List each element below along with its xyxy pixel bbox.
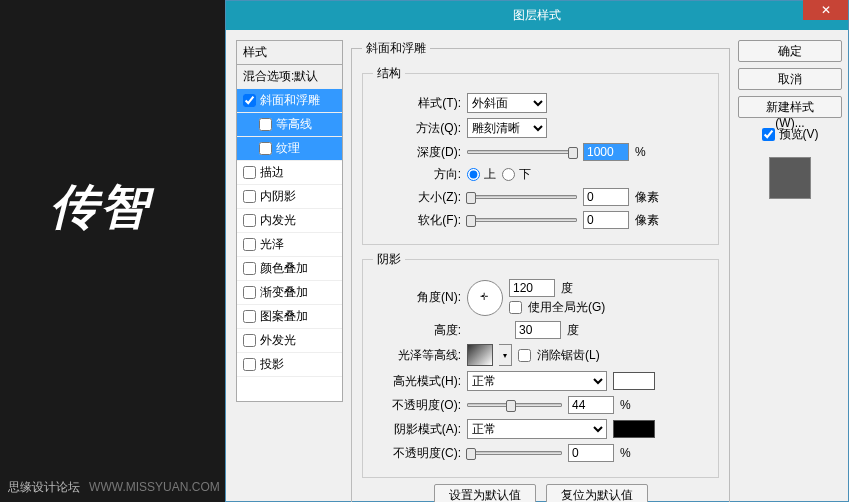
gloss-label: 光泽等高线: bbox=[373, 347, 461, 364]
angle-unit: 度 bbox=[561, 280, 573, 297]
style-label: 斜面和浮雕 bbox=[260, 92, 320, 109]
depth-slider[interactable] bbox=[467, 150, 577, 154]
shadow-opacity-unit: % bbox=[620, 446, 631, 460]
global-light-label: 使用全局光(G) bbox=[528, 299, 605, 316]
style-contour[interactable]: 等高线 bbox=[237, 113, 342, 137]
depth-unit: % bbox=[635, 145, 646, 159]
soften-label: 软化(F): bbox=[373, 212, 461, 229]
style-color-overlay[interactable]: 颜色叠加 bbox=[237, 257, 342, 281]
size-input[interactable] bbox=[583, 188, 629, 206]
global-light-checkbox[interactable] bbox=[509, 301, 522, 314]
gloss-dropdown-icon[interactable]: ▾ bbox=[499, 344, 512, 366]
shading-fieldset: 阴影 角度(N): ✛ 度 使用全局光(G) bbox=[362, 251, 719, 478]
structure-fieldset: 结构 样式(T): 外斜面 方法(Q): 雕刻清晰 深度(D): % bbox=[362, 65, 719, 245]
cancel-button[interactable]: 取消 bbox=[738, 68, 842, 90]
style-label: 颜色叠加 bbox=[260, 260, 308, 277]
checkbox-gradient-overlay[interactable] bbox=[243, 286, 256, 299]
shadow-opacity-input[interactable] bbox=[568, 444, 614, 462]
checkbox-texture[interactable] bbox=[259, 142, 272, 155]
size-slider[interactable] bbox=[467, 195, 577, 199]
style-gradient-overlay[interactable]: 渐变叠加 bbox=[237, 281, 342, 305]
direction-down-radio[interactable] bbox=[502, 168, 515, 181]
background-text: 传智 bbox=[50, 175, 150, 239]
checkbox-drop-shadow[interactable] bbox=[243, 358, 256, 371]
checkbox-inner-shadow[interactable] bbox=[243, 190, 256, 203]
depth-input[interactable] bbox=[583, 143, 629, 161]
style-select[interactable]: 外斜面 bbox=[467, 93, 547, 113]
checkbox-bevel[interactable] bbox=[243, 94, 256, 107]
style-label: 外发光 bbox=[260, 332, 296, 349]
blending-options-row[interactable]: 混合选项:默认 bbox=[237, 65, 342, 89]
size-label: 大小(Z): bbox=[373, 189, 461, 206]
preview-swatch bbox=[769, 157, 811, 199]
structure-legend: 结构 bbox=[373, 65, 405, 82]
shadow-mode-select[interactable]: 正常 bbox=[467, 419, 607, 439]
soften-slider[interactable] bbox=[467, 218, 577, 222]
depth-label: 深度(D): bbox=[373, 144, 461, 161]
style-label: 投影 bbox=[260, 356, 284, 373]
highlight-opacity-label: 不透明度(O): bbox=[373, 397, 461, 414]
direction-up-radio[interactable] bbox=[467, 168, 480, 181]
checkbox-stroke[interactable] bbox=[243, 166, 256, 179]
watermark-site: 思缘设计论坛 bbox=[8, 480, 80, 494]
highlight-mode-select[interactable]: 正常 bbox=[467, 371, 607, 391]
ok-button[interactable]: 确定 bbox=[738, 40, 842, 62]
style-label: 光泽 bbox=[260, 236, 284, 253]
style-stroke[interactable]: 描边 bbox=[237, 161, 342, 185]
styles-list: 混合选项:默认 斜面和浮雕 等高线 纹理 描边 内阴影 内发光 光泽 颜色叠加 … bbox=[236, 64, 343, 402]
center-column: 斜面和浮雕 结构 样式(T): 外斜面 方法(Q): 雕刻清晰 深度(D): bbox=[351, 40, 730, 495]
gloss-contour-picker[interactable] bbox=[467, 344, 493, 366]
highlight-opacity-slider[interactable] bbox=[467, 403, 562, 407]
right-column: 确定 取消 新建样式(W)... 预览(V) bbox=[738, 40, 842, 495]
preview-checkbox[interactable] bbox=[762, 128, 775, 141]
style-texture[interactable]: 纹理 bbox=[237, 137, 342, 161]
checkbox-contour[interactable] bbox=[259, 118, 272, 131]
style-label: 纹理 bbox=[276, 140, 300, 157]
checkbox-color-overlay[interactable] bbox=[243, 262, 256, 275]
style-label: 样式(T): bbox=[373, 95, 461, 112]
checkbox-satin[interactable] bbox=[243, 238, 256, 251]
shadow-color-swatch[interactable] bbox=[613, 420, 655, 438]
style-pattern-overlay[interactable]: 图案叠加 bbox=[237, 305, 342, 329]
style-satin[interactable]: 光泽 bbox=[237, 233, 342, 257]
style-drop-shadow[interactable]: 投影 bbox=[237, 353, 342, 377]
checkbox-inner-glow[interactable] bbox=[243, 214, 256, 227]
soften-input[interactable] bbox=[583, 211, 629, 229]
titlebar[interactable]: 图层样式 ✕ bbox=[226, 1, 848, 30]
technique-label: 方法(Q): bbox=[373, 120, 461, 137]
checkbox-pattern-overlay[interactable] bbox=[243, 310, 256, 323]
altitude-input[interactable] bbox=[515, 321, 561, 339]
reset-default-button[interactable]: 复位为默认值 bbox=[546, 484, 648, 502]
set-default-button[interactable]: 设置为默认值 bbox=[434, 484, 536, 502]
style-inner-glow[interactable]: 内发光 bbox=[237, 209, 342, 233]
styles-column: 样式 混合选项:默认 斜面和浮雕 等高线 纹理 描边 内阴影 内发光 光泽 颜色… bbox=[236, 40, 343, 495]
bevel-legend: 斜面和浮雕 bbox=[362, 40, 430, 57]
highlight-color-swatch[interactable] bbox=[613, 372, 655, 390]
style-label: 渐变叠加 bbox=[260, 284, 308, 301]
bevel-emboss-fieldset: 斜面和浮雕 结构 样式(T): 外斜面 方法(Q): 雕刻清晰 深度(D): bbox=[351, 40, 730, 502]
highlight-mode-label: 高光模式(H): bbox=[373, 373, 461, 390]
style-bevel-emboss[interactable]: 斜面和浮雕 bbox=[237, 89, 342, 113]
size-unit: 像素 bbox=[635, 189, 659, 206]
technique-select[interactable]: 雕刻清晰 bbox=[467, 118, 547, 138]
watermark: 思缘设计论坛 WWW.MISSYUAN.COM bbox=[8, 479, 220, 496]
dir-up-label: 上 bbox=[484, 166, 496, 183]
shadow-opacity-slider[interactable] bbox=[467, 451, 562, 455]
checkbox-outer-glow[interactable] bbox=[243, 334, 256, 347]
shadow-mode-label: 阴影模式(A): bbox=[373, 421, 461, 438]
highlight-opacity-unit: % bbox=[620, 398, 631, 412]
style-inner-shadow[interactable]: 内阴影 bbox=[237, 185, 342, 209]
highlight-opacity-input[interactable] bbox=[568, 396, 614, 414]
style-label: 内阴影 bbox=[260, 188, 296, 205]
layer-style-dialog: 图层样式 ✕ 样式 混合选项:默认 斜面和浮雕 等高线 纹理 描边 内阴影 内发… bbox=[225, 0, 849, 502]
style-label: 描边 bbox=[260, 164, 284, 181]
close-button[interactable]: ✕ bbox=[803, 0, 848, 20]
new-style-button[interactable]: 新建样式(W)... bbox=[738, 96, 842, 118]
style-outer-glow[interactable]: 外发光 bbox=[237, 329, 342, 353]
angle-input[interactable] bbox=[509, 279, 555, 297]
angle-wheel[interactable]: ✛ bbox=[467, 280, 503, 316]
style-label: 等高线 bbox=[276, 116, 312, 133]
dialog-title: 图层样式 bbox=[513, 7, 561, 24]
antialias-checkbox[interactable] bbox=[518, 349, 531, 362]
close-icon: ✕ bbox=[821, 3, 831, 17]
